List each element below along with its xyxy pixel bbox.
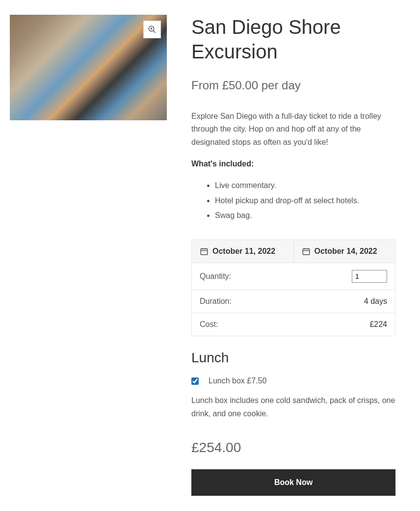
- lunch-label: Lunch box £7.50: [209, 377, 266, 385]
- product-gallery: [10, 15, 167, 120]
- product-description: Explore San Diego with a full-day ticket…: [191, 110, 395, 149]
- product-title: San Diego Shore Excursion: [191, 15, 395, 64]
- magnify-icon: [148, 25, 157, 34]
- date-end-value: October 14, 2022: [315, 247, 377, 256]
- included-heading: What's included:: [191, 160, 395, 168]
- zoom-button[interactable]: [143, 21, 161, 38]
- date-end-cell[interactable]: October 14, 2022: [294, 240, 395, 263]
- date-start-cell[interactable]: October 11, 2022: [192, 240, 294, 263]
- list-item: Swag bag.: [215, 209, 395, 222]
- list-item: Hotel pickup and drop-off at select hote…: [215, 194, 395, 207]
- duration-value: 4 days: [364, 297, 387, 306]
- duration-label: Duration:: [200, 297, 232, 306]
- svg-rect-4: [201, 249, 208, 255]
- included-list: Live commentary. Hotel pickup and drop-o…: [191, 179, 395, 222]
- total-price: £254.00: [191, 440, 395, 456]
- addon-description: Lunch box includes one cold sandwich, pa…: [191, 394, 395, 420]
- cost-value: £224: [369, 320, 387, 329]
- addon-heading: Lunch: [191, 350, 395, 366]
- booking-summary-table: October 11, 2022 October 14, 2022 Quanti…: [191, 240, 395, 336]
- lunch-checkbox[interactable]: [191, 377, 199, 385]
- quantity-input[interactable]: [352, 270, 387, 283]
- calendar-icon: [200, 247, 209, 256]
- date-start-value: October 11, 2022: [212, 247, 275, 256]
- svg-rect-8: [303, 249, 310, 255]
- book-now-button[interactable]: Book Now: [191, 469, 395, 496]
- price-summary: From £50.00 per day: [191, 79, 395, 92]
- calendar-icon: [302, 247, 311, 256]
- svg-line-1: [153, 30, 156, 33]
- list-item: Live commentary.: [215, 179, 395, 192]
- cost-label: Cost:: [200, 320, 218, 329]
- quantity-label: Quantity:: [200, 272, 231, 281]
